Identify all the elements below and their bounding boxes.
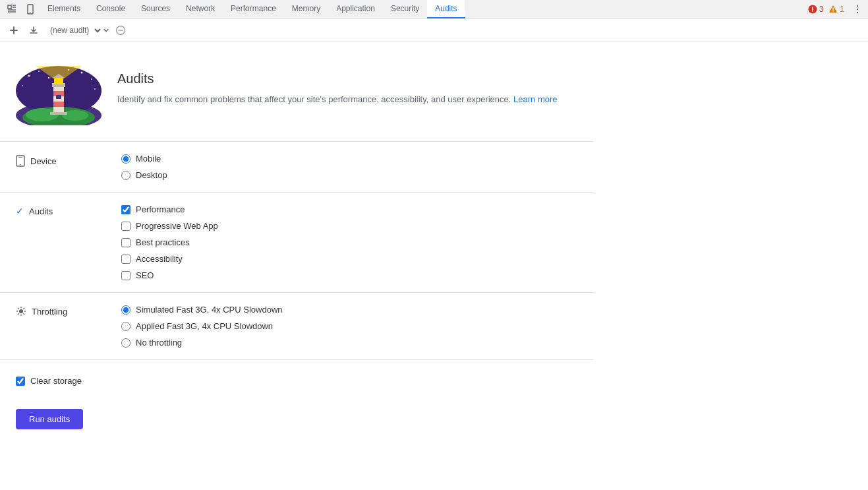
tab-sources[interactable]: Sources [133, 0, 178, 18]
svg-point-17 [94, 88, 96, 90]
seo-label: SEO [136, 270, 154, 280]
tab-application[interactable]: Application [328, 0, 383, 18]
mobile-icon[interactable] [21, 4, 40, 15]
mobile-label: Mobile [136, 154, 161, 164]
new-audit-button[interactable] [5, 22, 22, 39]
audits-options-section: ✓ Audits Performance Progressive Web App… [0, 193, 593, 293]
select-chevron-icon [103, 27, 109, 34]
pwa-label: Progressive Web App [136, 221, 218, 231]
mobile-option[interactable]: Mobile [121, 154, 167, 164]
devtools-frame: Elements Console Sources Network Perform… [0, 0, 868, 490]
tab-audits[interactable]: Audits [427, 0, 465, 18]
throttling-label: Throttling [32, 307, 67, 317]
svg-rect-32 [18, 157, 22, 158]
throttling-section: Throttling Simulated Fast 3G, 4x CPU Slo… [0, 293, 593, 360]
device-section: Device Mobile Desktop [0, 142, 593, 193]
performance-checkbox[interactable] [121, 205, 130, 214]
download-button[interactable] [25, 22, 42, 39]
performance-option[interactable]: Performance [121, 204, 218, 214]
plus-icon [9, 25, 19, 36]
tab-console[interactable]: Console [88, 0, 133, 18]
device-options: Mobile Desktop [121, 154, 167, 180]
device-label: Device [16, 154, 121, 167]
audits-title: Audits [117, 71, 558, 86]
throttling-options: Simulated Fast 3G, 4x CPU Slowdown Appli… [121, 305, 283, 348]
tab-memory[interactable]: Memory [284, 0, 328, 18]
svg-rect-24 [53, 102, 64, 107]
warning-badge: 1 [828, 5, 844, 14]
svg-point-5 [857, 8, 858, 9]
svg-point-6 [857, 11, 858, 13]
gear-icon [16, 306, 26, 317]
tab-security[interactable]: Security [383, 0, 427, 18]
tab-network[interactable]: Network [178, 0, 223, 18]
svg-rect-26 [54, 78, 63, 84]
warning-icon [828, 5, 838, 14]
svg-point-12 [48, 77, 49, 78]
applied-throttling-radio[interactable] [121, 322, 130, 331]
header-text: Audits Identify and fix common problems … [117, 66, 558, 106]
clear-storage-option[interactable]: Clear storage [16, 376, 577, 386]
svg-point-16 [22, 85, 23, 86]
best-practices-checkbox[interactable] [121, 238, 130, 247]
inspect-icon[interactable] [3, 4, 21, 15]
audit-select-wrap: (new audit) [45, 25, 109, 36]
toolbar: (new audit) [0, 18, 868, 42]
audits-description: Identify and fix common problems that af… [117, 93, 558, 106]
seo-option[interactable]: SEO [121, 270, 218, 280]
main-content: Audits Identify and fix common problems … [0, 42, 868, 490]
performance-label: Performance [136, 204, 185, 214]
no-throttling-option[interactable]: No throttling [121, 338, 283, 348]
audits-section-label: Audits [29, 206, 53, 216]
audits-checkboxes: Performance Progressive Web App Best pra… [121, 204, 218, 280]
more-options-button[interactable] [850, 1, 865, 17]
error-badge: 3 [808, 5, 824, 14]
device-icon [16, 155, 25, 167]
clear-icon [115, 25, 126, 36]
svg-point-20 [62, 110, 88, 121]
svg-point-31 [20, 164, 21, 166]
learn-more-link[interactable]: Learn more [513, 94, 557, 104]
clear-button[interactable] [112, 22, 129, 39]
header-section: Audits Identify and fix common problems … [0, 55, 593, 142]
tab-performance[interactable]: Performance [223, 0, 284, 18]
clear-storage-checkbox[interactable] [16, 377, 25, 386]
checkmark-icon: ✓ [16, 206, 24, 216]
seo-checkbox[interactable] [121, 271, 130, 280]
simulated-throttling-option[interactable]: Simulated Fast 3G, 4x CPU Slowdown [121, 305, 283, 315]
svg-rect-0 [8, 5, 11, 9]
desktop-option[interactable]: Desktop [121, 170, 167, 180]
svg-point-11 [38, 71, 40, 72]
mobile-radio[interactable] [121, 154, 130, 164]
svg-point-2 [30, 12, 31, 13]
lighthouse-logo [16, 66, 101, 125]
no-throttling-label: No throttling [136, 338, 182, 348]
run-audits-button[interactable]: Run audits [16, 409, 83, 429]
download-icon [28, 25, 39, 36]
accessibility-label: Accessibility [136, 254, 183, 264]
device-section-label: Device [30, 156, 57, 166]
applied-throttling-option[interactable]: Applied Fast 3G, 4x CPU Slowdown [121, 321, 283, 331]
pwa-checkbox[interactable] [121, 222, 130, 231]
accessibility-option[interactable]: Accessibility [121, 254, 218, 264]
svg-rect-29 [50, 112, 67, 115]
no-throttling-radio[interactable] [121, 338, 130, 348]
audit-select[interactable]: (new audit) [45, 25, 103, 36]
error-icon [808, 5, 817, 14]
svg-point-14 [91, 78, 92, 80]
audits-section-label-wrap: ✓ Audits [16, 204, 121, 216]
simulated-throttling-radio[interactable] [121, 305, 130, 315]
run-section: Clear storage Run audits [0, 360, 593, 445]
pwa-option[interactable]: Progressive Web App [121, 221, 218, 231]
simulated-throttling-label: Simulated Fast 3G, 4x CPU Slowdown [136, 305, 283, 315]
desktop-radio[interactable] [121, 171, 130, 180]
tabs-bar: Elements Console Sources Network Perform… [0, 0, 868, 18]
audits-desc-text: Identify and fix common problems that af… [117, 94, 511, 104]
svg-point-13 [81, 72, 83, 74]
svg-rect-28 [56, 95, 61, 99]
applied-throttling-label: Applied Fast 3G, 4x CPU Slowdown [136, 321, 273, 331]
best-practices-label: Best practices [136, 237, 190, 247]
accessibility-checkbox[interactable] [121, 255, 130, 264]
best-practices-option[interactable]: Best practices [121, 237, 218, 247]
tab-elements[interactable]: Elements [40, 0, 88, 18]
